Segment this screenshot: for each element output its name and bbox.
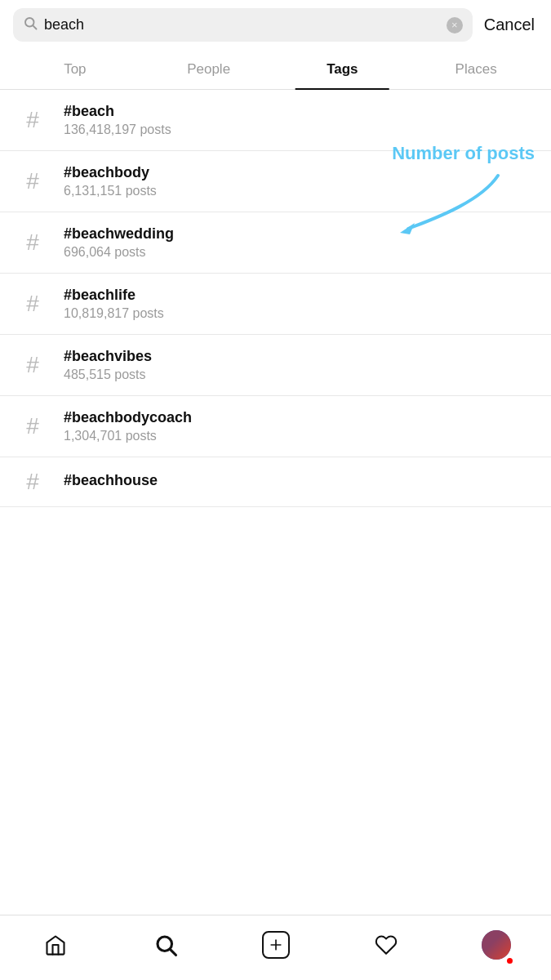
home-icon [44, 933, 67, 956]
avatar [482, 930, 511, 960]
hash-icon: # [16, 354, 49, 376]
tag-item[interactable]: # #beach 136,418,197 posts [0, 90, 551, 151]
hash-icon: # [16, 292, 49, 315]
tab-people[interactable]: People [142, 50, 276, 89]
search-bar: × Cancel [0, 0, 551, 50]
hash-icon: # [16, 170, 49, 193]
tag-info: #beachhouse [64, 472, 158, 492]
bottom-nav [0, 915, 551, 980]
tag-posts: 10,819,817 posts [64, 306, 164, 321]
tag-posts: 136,418,197 posts [64, 122, 171, 137]
tag-name: #beachbody [64, 164, 157, 181]
tag-name: #beachhouse [64, 472, 158, 489]
tag-posts: 6,131,151 posts [64, 184, 157, 198]
tag-name: #beachwedding [64, 225, 174, 243]
tag-name: #beachvibes [64, 348, 152, 365]
tag-info: #beachbody 6,131,151 posts [64, 164, 157, 198]
tag-info: #beachbodycoach 1,304,701 posts [64, 409, 192, 443]
tag-item[interactable]: # #beachhouse [0, 457, 551, 507]
hash-icon: # [16, 470, 49, 493]
tab-places[interactable]: Places [409, 50, 543, 89]
tag-name: #beachlife [64, 287, 164, 304]
tag-info: #beachwedding 696,064 posts [64, 225, 174, 260]
tag-posts: 485,515 posts [64, 368, 152, 382]
nav-profile[interactable] [472, 924, 521, 965]
svg-line-1 [33, 25, 36, 29]
tag-item[interactable]: # #beachbody 6,131,151 posts [0, 151, 551, 212]
search-nav-icon [153, 933, 178, 957]
search-icon [23, 16, 38, 34]
tag-info: #beachvibes 485,515 posts [64, 348, 152, 382]
search-input[interactable] [44, 16, 440, 33]
clear-icon[interactable]: × [447, 17, 463, 33]
tag-name: #beach [64, 103, 171, 120]
tag-item[interactable]: # #beachwedding 696,064 posts [0, 212, 551, 274]
tag-posts: 696,064 posts [64, 245, 174, 260]
tag-item[interactable]: # #beachvibes 485,515 posts [0, 335, 551, 396]
tab-tags[interactable]: Tags [276, 50, 410, 89]
tag-list: # #beach 136,418,197 posts # #beachbody … [0, 90, 551, 507]
tag-info: #beachlife 10,819,817 posts [64, 287, 164, 321]
nav-add[interactable] [251, 924, 300, 965]
nav-search[interactable] [141, 924, 190, 965]
tag-item[interactable]: # #beachlife 10,819,817 posts [0, 274, 551, 335]
notification-dot [507, 958, 513, 964]
hash-icon: # [16, 415, 49, 438]
tag-posts: 1,304,701 posts [64, 429, 192, 443]
hash-icon: # [16, 109, 49, 131]
tag-name: #beachbodycoach [64, 409, 192, 426]
svg-line-4 [170, 949, 176, 955]
nav-home[interactable] [31, 924, 80, 965]
tag-item[interactable]: # #beachbodycoach 1,304,701 posts [0, 396, 551, 457]
hash-icon: # [16, 231, 49, 254]
nav-heart[interactable] [362, 924, 411, 965]
tag-info: #beach 136,418,197 posts [64, 103, 171, 137]
heart-icon [375, 933, 398, 956]
search-input-wrap: × [13, 8, 473, 42]
cancel-button[interactable]: Cancel [481, 16, 538, 34]
content-area: Number of posts # #beach 136,418,197 pos… [0, 90, 551, 581]
add-icon [262, 931, 290, 959]
tab-bar: Top People Tags Places [0, 50, 551, 90]
tab-top[interactable]: Top [8, 50, 142, 89]
